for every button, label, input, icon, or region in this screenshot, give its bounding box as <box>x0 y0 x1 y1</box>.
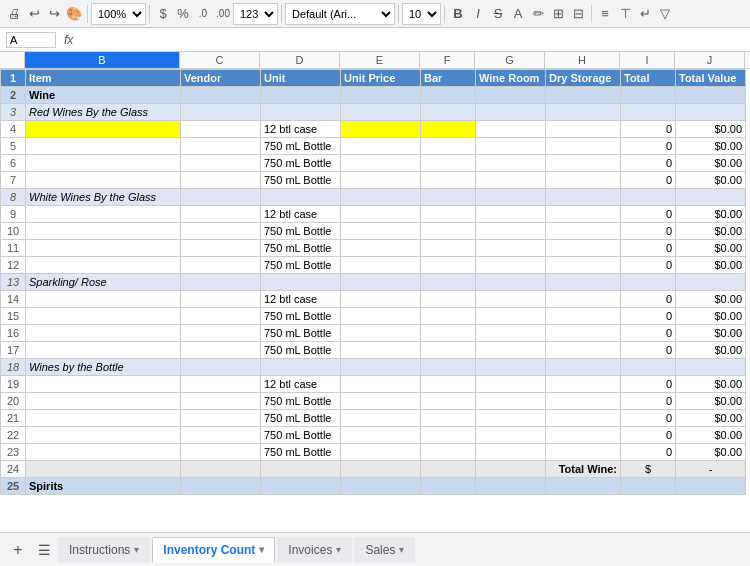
cell-12d[interactable]: 750 mL Bottle <box>261 257 341 274</box>
tab-inventory-count[interactable]: Inventory Count ▾ <box>152 537 275 563</box>
cell-20f[interactable] <box>421 393 476 410</box>
cell-25e[interactable] <box>341 478 421 495</box>
cell-16c[interactable] <box>181 325 261 342</box>
format-select[interactable]: 123 <box>233 3 278 25</box>
cell-22c[interactable] <box>181 427 261 444</box>
cell-8h[interactable] <box>546 189 621 206</box>
paint-icon[interactable]: 🎨 <box>65 5 83 23</box>
cell-23h[interactable] <box>546 444 621 461</box>
cell-15d[interactable]: 750 mL Bottle <box>261 308 341 325</box>
cell-12f[interactable] <box>421 257 476 274</box>
more-icon[interactable]: ▽ <box>656 5 674 23</box>
cell-22j[interactable]: $0.00 <box>676 427 746 444</box>
borders-icon[interactable]: ⊞ <box>549 5 567 23</box>
cell-9e[interactable] <box>341 206 421 223</box>
cell-6f[interactable] <box>421 155 476 172</box>
cell-3h[interactable] <box>546 104 621 121</box>
cell-8e[interactable] <box>341 189 421 206</box>
cell-24e[interactable] <box>341 461 421 478</box>
cell-12e[interactable] <box>341 257 421 274</box>
cell-16f[interactable] <box>421 325 476 342</box>
cell-14f[interactable] <box>421 291 476 308</box>
cell-17b[interactable] <box>26 342 181 359</box>
cell-10d[interactable]: 750 mL Bottle <box>261 223 341 240</box>
cell-21j[interactable]: $0.00 <box>676 410 746 427</box>
cell-22f[interactable] <box>421 427 476 444</box>
cell-13g[interactable] <box>476 274 546 291</box>
cell-6c[interactable] <box>181 155 261 172</box>
cell-19b[interactable] <box>26 376 181 393</box>
col-header-I[interactable]: I <box>620 52 675 68</box>
cell-18h[interactable] <box>546 359 621 376</box>
cell-10j[interactable]: $0.00 <box>676 223 746 240</box>
cell-19d[interactable]: 12 btl case <box>261 376 341 393</box>
cell-6g[interactable] <box>476 155 546 172</box>
cell-11d[interactable]: 750 mL Bottle <box>261 240 341 257</box>
cell-17c[interactable] <box>181 342 261 359</box>
cell-18j[interactable] <box>676 359 746 376</box>
cell-19g[interactable] <box>476 376 546 393</box>
cell-16d[interactable]: 750 mL Bottle <box>261 325 341 342</box>
cell-9d[interactable]: 12 btl case <box>261 206 341 223</box>
cell-15g[interactable] <box>476 308 546 325</box>
cell-13j[interactable] <box>676 274 746 291</box>
cell-24g[interactable] <box>476 461 546 478</box>
cell-2f[interactable] <box>421 87 476 104</box>
cell-8g[interactable] <box>476 189 546 206</box>
cell-17i[interactable]: 0 <box>621 342 676 359</box>
cell-14b[interactable] <box>26 291 181 308</box>
cell-7h[interactable] <box>546 172 621 189</box>
cell-20j[interactable]: $0.00 <box>676 393 746 410</box>
cell-21f[interactable] <box>421 410 476 427</box>
cell-18c[interactable] <box>181 359 261 376</box>
cell-13d[interactable] <box>261 274 341 291</box>
cell-4e[interactable] <box>341 121 421 138</box>
cell-12b[interactable] <box>26 257 181 274</box>
col-header-C[interactable]: C <box>180 52 260 68</box>
cell-10b[interactable] <box>26 223 181 240</box>
cell-22e[interactable] <box>341 427 421 444</box>
cell-25f[interactable] <box>421 478 476 495</box>
sheet-menu-button[interactable]: ☰ <box>32 538 56 562</box>
currency-icon[interactable]: $ <box>154 5 172 23</box>
cell-5c[interactable] <box>181 138 261 155</box>
cell-14j[interactable]: $0.00 <box>676 291 746 308</box>
cell-6h[interactable] <box>546 155 621 172</box>
cell-16j[interactable]: $0.00 <box>676 325 746 342</box>
cell-14d[interactable]: 12 btl case <box>261 291 341 308</box>
decimal00-icon[interactable]: .00 <box>214 5 232 23</box>
cell-19h[interactable] <box>546 376 621 393</box>
cell-4d[interactable]: 12 btl case <box>261 121 341 138</box>
cell-24f[interactable] <box>421 461 476 478</box>
cell-21g[interactable] <box>476 410 546 427</box>
cell-4c[interactable] <box>181 121 261 138</box>
cell-10c[interactable] <box>181 223 261 240</box>
cell-17f[interactable] <box>421 342 476 359</box>
cell-17d[interactable]: 750 mL Bottle <box>261 342 341 359</box>
cell-20e[interactable] <box>341 393 421 410</box>
cell-8f[interactable] <box>421 189 476 206</box>
percent-icon[interactable]: % <box>174 5 192 23</box>
cell-21h[interactable] <box>546 410 621 427</box>
cell-20i[interactable]: 0 <box>621 393 676 410</box>
cell-20g[interactable] <box>476 393 546 410</box>
cell-13c[interactable] <box>181 274 261 291</box>
cell-9f[interactable] <box>421 206 476 223</box>
cell-18g[interactable] <box>476 359 546 376</box>
cell-2g[interactable] <box>476 87 546 104</box>
cell-15e[interactable] <box>341 308 421 325</box>
col-header-B[interactable]: B <box>25 52 180 68</box>
cell-11j[interactable]: $0.00 <box>676 240 746 257</box>
cell-25c[interactable] <box>181 478 261 495</box>
cell-10h[interactable] <box>546 223 621 240</box>
cell-15h[interactable] <box>546 308 621 325</box>
cell-3d[interactable] <box>261 104 341 121</box>
cell-2c[interactable] <box>181 87 261 104</box>
cell-23f[interactable] <box>421 444 476 461</box>
cell-5d[interactable]: 750 mL Bottle <box>261 138 341 155</box>
highlight-icon[interactable]: ✏ <box>529 5 547 23</box>
cell-3c[interactable] <box>181 104 261 121</box>
cell-7i[interactable]: 0 <box>621 172 676 189</box>
cell-15c[interactable] <box>181 308 261 325</box>
cell-11f[interactable] <box>421 240 476 257</box>
